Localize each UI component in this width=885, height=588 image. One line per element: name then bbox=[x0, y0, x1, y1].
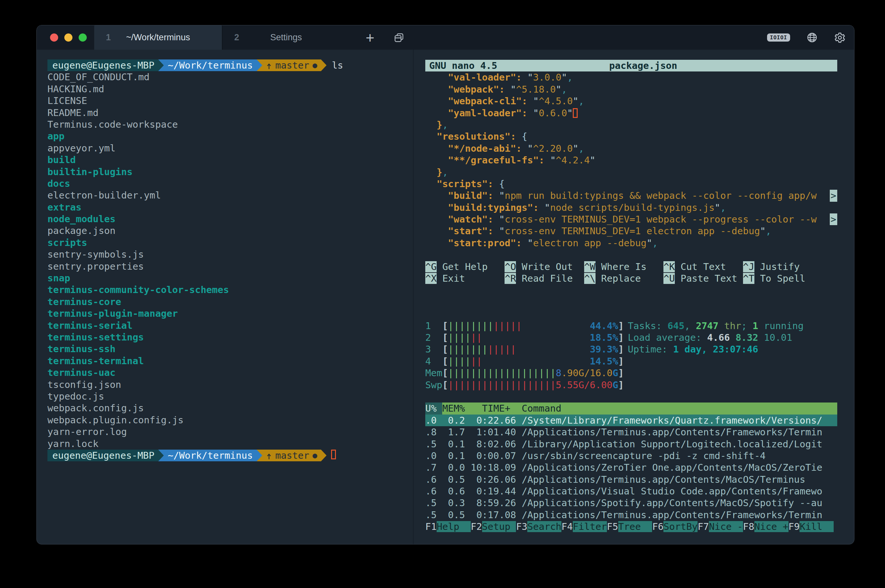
ls-entry: terminus-core bbox=[47, 296, 413, 308]
fkey-action[interactable]: Nice + bbox=[754, 521, 789, 532]
htop-meters-area: 1 [||||||||||||| 44.4%]2 [|||||| 18.5%]3… bbox=[425, 320, 854, 391]
nano-code-line: "val-loader": "3.0.0", bbox=[425, 72, 837, 83]
terminal-pane-right[interactable]: GNU nano 4.5package.json "val-loader": "… bbox=[413, 50, 854, 544]
memory-meter: Mem[|||||||||||||||||||8.90G/16.0G] bbox=[425, 367, 624, 379]
fkey-action[interactable]: Kill bbox=[800, 521, 834, 532]
prompt-user-host: eugene@Eugenes-MBP bbox=[47, 60, 158, 71]
shortcut-label: Where Is bbox=[596, 261, 664, 272]
shortcut-key: ^O bbox=[504, 261, 516, 272]
text-span: " bbox=[527, 143, 533, 154]
fkey-number[interactable]: F5 bbox=[607, 521, 618, 532]
ls-entry: sentry-symbols.js bbox=[47, 249, 413, 260]
settings-gear-icon[interactable] bbox=[834, 32, 846, 44]
process-table-header[interactable]: U% MEM% TIME+ Command bbox=[425, 402, 837, 414]
file-name: package.json bbox=[47, 225, 116, 236]
directory-name: scripts bbox=[47, 237, 87, 248]
process-row[interactable]: .0 0.1 0:00.07 /usr/sbin/screencapture -… bbox=[425, 450, 837, 462]
nano-code-line: "resolutions": { bbox=[425, 130, 837, 142]
htop-sysinfo: Tasks: 645, 2747 thr; 1 runningLoad aver… bbox=[628, 320, 804, 391]
fkey-action[interactable]: Tree bbox=[618, 521, 652, 532]
ls-entry: webpack.plugin.config.js bbox=[47, 414, 413, 426]
title-bar: 1 ~/Work/terminus 2 Settings + IOIOI bbox=[37, 26, 854, 50]
meter-label: 3 bbox=[425, 344, 442, 355]
ls-entry: scripts bbox=[47, 237, 413, 249]
fkey-action[interactable]: Help bbox=[436, 521, 471, 532]
minimize-window-button[interactable] bbox=[64, 33, 72, 42]
fkey-number[interactable]: F4 bbox=[561, 521, 573, 532]
process-row[interactable]: .5 0.1 8:02.06 /Library/Application Supp… bbox=[425, 438, 837, 450]
tab-title: Settings bbox=[270, 33, 302, 42]
fkey-number[interactable]: F7 bbox=[698, 521, 709, 532]
htop-meters: 1 [||||||||||||| 44.4%]2 [|||||| 18.5%]3… bbox=[425, 320, 624, 391]
text-span: 0.6.0 bbox=[538, 108, 567, 118]
directory-name: extras bbox=[47, 202, 81, 213]
nano-code-line: "yaml-loader": "0.6.0" bbox=[425, 107, 837, 119]
text-span: ^2.20.0 bbox=[533, 143, 573, 154]
text-span: 1 bbox=[753, 320, 758, 332]
fkey-number[interactable]: F9 bbox=[789, 521, 800, 532]
text-span: cross-env TERMINUS_DEV=1 webpack --progr… bbox=[504, 214, 816, 225]
duplicate-window-icon[interactable] bbox=[392, 26, 406, 50]
directory-name: terminus-ssh bbox=[47, 344, 116, 354]
text-span: , bbox=[652, 237, 658, 249]
fkey-number[interactable]: F1 bbox=[425, 521, 436, 532]
ls-entry: terminus-terminal bbox=[47, 355, 413, 367]
fkey-action[interactable]: Setup bbox=[482, 521, 516, 532]
ls-entry: docs bbox=[47, 178, 413, 189]
text-span bbox=[425, 237, 448, 249]
nano-code-line: "webpack": "^5.18.0", bbox=[425, 84, 837, 95]
fkey-number[interactable]: F2 bbox=[471, 521, 482, 532]
text-span: electron app --debug bbox=[533, 237, 646, 249]
ls-entry: Terminus.code-workspace bbox=[47, 118, 413, 130]
serial-console-icon[interactable]: IOIOI bbox=[767, 33, 790, 42]
directory-name: terminus-core bbox=[47, 296, 121, 308]
fkey-action[interactable]: Nice - bbox=[709, 521, 743, 532]
process-row-selected[interactable]: .0 0.2 0:22.66 /System/Library/Framework… bbox=[425, 414, 837, 426]
prompt-git-segment: master● bbox=[262, 450, 321, 461]
text-span: Uptime: bbox=[628, 344, 673, 355]
fkey-number[interactable]: F6 bbox=[652, 521, 663, 532]
process-row[interactable]: .5 0.5 0:17.08 /Applications/Terminus.ap… bbox=[425, 509, 837, 521]
new-tab-button[interactable]: + bbox=[363, 26, 377, 50]
fkey-number[interactable]: F8 bbox=[743, 521, 754, 532]
ls-output: CODE_OF_CONDUCT.mdHACKING.mdLICENSEREADM… bbox=[47, 71, 413, 450]
tab-settings[interactable]: 2 Settings bbox=[222, 26, 350, 50]
cpu-meter-1: 1 [||||||||||||| 44.4%] bbox=[425, 320, 624, 332]
tasks-line: Tasks: 645, 2747 thr; 1 running bbox=[628, 320, 804, 332]
process-row[interactable]: .7 0.0 10:18.09 /Applications/ZeroTier O… bbox=[425, 462, 837, 473]
fkey-action[interactable]: SortBy bbox=[663, 521, 698, 532]
process-row[interactable]: .6 0.5 0:26.06 /Applications/Terminus.ap… bbox=[425, 474, 837, 485]
text-span: { bbox=[522, 131, 527, 142]
terminal-content: eugene@Eugenes-MBP ~/Work/terminus maste… bbox=[37, 50, 854, 544]
git-branch-name: master bbox=[275, 60, 309, 71]
close-window-button[interactable] bbox=[50, 33, 58, 42]
text-span: " bbox=[544, 202, 550, 213]
text-span: "yaml-loader": bbox=[448, 108, 533, 118]
shortcut-label: Replace bbox=[596, 273, 664, 284]
terminal-pane-left[interactable]: eugene@Eugenes-MBP ~/Work/terminus maste… bbox=[37, 50, 413, 544]
fkey-number[interactable]: F3 bbox=[516, 521, 527, 532]
ls-entry: app bbox=[47, 130, 413, 142]
process-row[interactable]: .8 1.7 1:01.40 /Applications/Terminus.ap… bbox=[425, 426, 837, 438]
text-span: " bbox=[714, 202, 720, 213]
maximize-window-button[interactable] bbox=[79, 33, 87, 42]
fkey-action[interactable]: Search bbox=[527, 521, 561, 532]
meter-bars-red: ||||| bbox=[494, 320, 522, 332]
text-span: "resolutions": bbox=[425, 131, 522, 142]
column-header-cpu[interactable]: U% bbox=[425, 402, 442, 414]
cpu-meter-2: 2 [|||||| 18.5%] bbox=[425, 332, 624, 344]
fkey-action[interactable]: Filter bbox=[573, 521, 607, 532]
column-headers[interactable]: MEM% TIME+ Command bbox=[442, 402, 837, 414]
process-row[interactable]: .6 0.6 0:19.44 /Applications/Visual Stud… bbox=[425, 485, 837, 497]
text-span: , bbox=[684, 320, 696, 332]
ls-entry: appveyor.yml bbox=[47, 142, 413, 154]
directory-name: node_modules bbox=[47, 213, 116, 225]
tab-work-terminus[interactable]: 1 ~/Work/terminus bbox=[94, 26, 222, 50]
directory-name: build bbox=[47, 154, 76, 165]
process-row[interactable]: .5 0.3 8:59.26 /Applications/Spotify.app… bbox=[425, 497, 837, 509]
globe-icon[interactable] bbox=[806, 32, 818, 43]
file-name: tsconfig.json bbox=[47, 379, 121, 390]
text-span: 8.32 bbox=[735, 332, 764, 343]
nano-cursor bbox=[573, 108, 578, 118]
text-span: "webpack-cli": bbox=[448, 96, 533, 106]
